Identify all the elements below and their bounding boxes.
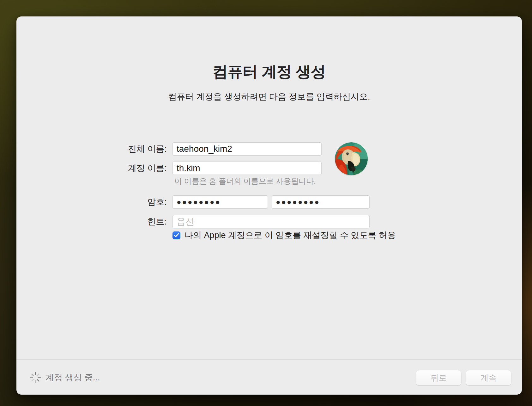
allow-apple-id-reset-checkbox[interactable] (172, 231, 180, 239)
page-subtitle: 컴퓨터 계정을 생성하려면 다음 정보를 입력하십시오. (16, 91, 522, 102)
allow-apple-id-reset-label: 나의 Apple 계정으로 이 암호를 재설정할 수 있도록 허용 (184, 230, 396, 241)
account-name-label: 계정 이름: (72, 162, 167, 175)
page-title: 컴퓨터 계정 생성 (16, 62, 522, 82)
verify-password-input[interactable] (272, 195, 370, 209)
status-area: 계정 생성 중... (29, 371, 100, 384)
checkmark-icon (174, 233, 179, 237)
user-avatar[interactable] (335, 142, 368, 175)
account-name-helper: 이 이름은 홈 폴더의 이름으로 사용됩니다. (174, 176, 316, 186)
parrot-avatar-image (335, 142, 368, 175)
full-name-label: 전체 이름: (72, 142, 167, 156)
setup-assistant-window: 컴퓨터 계정 생성 컴퓨터 계정을 생성하려면 다음 정보를 입력하십시오. 전… (16, 16, 522, 395)
hint-input[interactable] (172, 215, 370, 228)
account-name-input[interactable] (172, 162, 322, 175)
full-name-input[interactable] (172, 142, 322, 156)
hint-label: 힌트: (72, 215, 167, 228)
back-button[interactable]: 뒤로 (416, 370, 461, 385)
allow-apple-id-reset-row: 나의 Apple 계정으로 이 암호를 재설정할 수 있도록 허용 (172, 230, 396, 241)
progress-spinner-icon (29, 371, 42, 384)
continue-button[interactable]: 계속 (466, 370, 511, 385)
footer-divider (16, 359, 522, 360)
status-text: 계정 생성 중... (45, 372, 100, 383)
password-label: 암호: (72, 195, 167, 209)
password-input[interactable] (172, 195, 268, 209)
